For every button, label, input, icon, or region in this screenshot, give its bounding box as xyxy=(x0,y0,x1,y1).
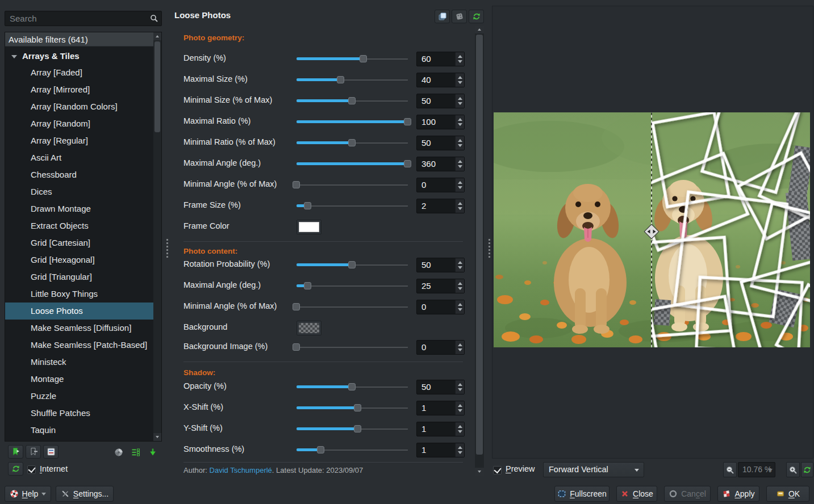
chevron-down-icon[interactable] xyxy=(11,55,17,58)
filter-item[interactable]: Array [Regular] xyxy=(5,132,153,149)
ok-button[interactable]: OK xyxy=(766,486,809,502)
spin-arrows-icon[interactable] xyxy=(455,300,464,314)
add-favorite-button[interactable] xyxy=(8,445,23,459)
reset-params-button[interactable] xyxy=(469,10,484,23)
param-spinbox[interactable]: 60 xyxy=(416,52,465,66)
frame-color-swatch[interactable] xyxy=(297,220,322,234)
param-slider[interactable] xyxy=(297,199,408,213)
filter-item[interactable]: Array [Random Colors] xyxy=(5,98,153,115)
remove-favorite-button[interactable] xyxy=(26,445,41,459)
zoom-reset-button[interactable] xyxy=(801,462,813,477)
param-spinbox[interactable]: 1 xyxy=(416,443,465,457)
scroll-up-icon[interactable] xyxy=(475,26,484,33)
spin-arrows-icon[interactable] xyxy=(455,199,464,213)
spin-arrows-icon[interactable] xyxy=(455,341,464,354)
param-slider[interactable] xyxy=(297,136,408,150)
param-slider[interactable] xyxy=(297,443,408,457)
tree-scrollbar[interactable] xyxy=(153,32,161,441)
filter-item[interactable]: Taquin xyxy=(5,422,153,439)
slider-handle[interactable] xyxy=(337,76,344,83)
param-spinbox[interactable]: 0 xyxy=(416,178,465,192)
filter-item[interactable]: Drawn Montage xyxy=(5,200,153,217)
slider-handle[interactable] xyxy=(348,97,356,104)
param-slider[interactable] xyxy=(297,52,408,66)
filter-item[interactable]: Ascii Art xyxy=(5,149,153,166)
scroll-down-icon[interactable] xyxy=(153,433,161,441)
slider-handle[interactable] xyxy=(404,160,411,167)
param-slider[interactable] xyxy=(297,94,408,108)
slider-handle[interactable] xyxy=(293,303,300,310)
rename-favorite-button[interactable] xyxy=(43,445,59,459)
filter-item[interactable]: Dices xyxy=(5,183,153,200)
param-spinbox[interactable]: 25 xyxy=(416,279,465,293)
slider-handle[interactable] xyxy=(304,202,311,209)
slider-handle[interactable] xyxy=(354,404,361,411)
panel-scrollbar[interactable] xyxy=(475,26,484,476)
slider-handle[interactable] xyxy=(354,425,361,432)
settings-button[interactable]: Settings... xyxy=(56,486,114,502)
copy-command-button[interactable] xyxy=(435,10,450,23)
spin-arrows-icon[interactable] xyxy=(455,115,464,129)
spin-arrows-icon[interactable] xyxy=(455,73,464,87)
chevron-down-icon[interactable] xyxy=(768,469,773,472)
param-spinbox[interactable]: 1 xyxy=(416,422,465,436)
expand-collapse-button[interactable] xyxy=(112,446,125,459)
preview-checkbox[interactable] xyxy=(493,466,502,474)
param-slider[interactable] xyxy=(297,258,408,272)
spin-arrows-icon[interactable] xyxy=(455,52,464,66)
filter-item-selected[interactable]: Loose Photos xyxy=(5,303,153,320)
splitter-handle-right[interactable] xyxy=(489,239,491,258)
filter-item[interactable]: Ministeck xyxy=(5,354,153,371)
spin-arrows-icon[interactable] xyxy=(455,258,464,272)
param-slider[interactable] xyxy=(297,279,408,293)
spin-arrows-icon[interactable] xyxy=(455,157,464,171)
param-spinbox[interactable]: 0 xyxy=(416,340,465,355)
zoom-in-button[interactable] xyxy=(786,462,800,477)
param-spinbox[interactable]: 100 xyxy=(416,115,465,129)
filter-item[interactable]: Grid [Triangular] xyxy=(5,268,153,285)
zoom-out-button[interactable] xyxy=(723,462,737,477)
scroll-up-icon[interactable] xyxy=(153,32,161,40)
filter-item[interactable]: Make Seamless [Diffusion] xyxy=(5,320,153,337)
spin-arrows-icon[interactable] xyxy=(455,94,464,108)
param-slider[interactable] xyxy=(297,178,408,192)
param-spinbox[interactable]: 50 xyxy=(416,380,465,394)
close-button[interactable]: Close xyxy=(616,486,657,502)
preview-mode-select[interactable]: Forward Vertical xyxy=(543,462,644,477)
search-input[interactable] xyxy=(5,11,162,26)
param-slider[interactable] xyxy=(297,157,408,171)
scrollbar-thumb[interactable] xyxy=(476,35,483,455)
filter-item[interactable]: Grid [Cartesian] xyxy=(5,234,153,251)
param-spinbox[interactable]: 360 xyxy=(416,157,465,171)
randomize-params-button[interactable] xyxy=(452,10,467,23)
param-slider[interactable] xyxy=(297,115,408,129)
download-filters-button[interactable] xyxy=(147,446,159,459)
cancel-button[interactable]: Cancel xyxy=(664,486,711,502)
slider-handle[interactable] xyxy=(304,282,311,289)
internet-checkbox[interactable] xyxy=(27,465,36,474)
param-spinbox[interactable]: 50 xyxy=(416,94,465,108)
scrollbar-thumb[interactable] xyxy=(155,41,160,132)
param-slider[interactable] xyxy=(297,422,408,436)
param-spinbox[interactable]: 50 xyxy=(416,136,465,150)
slider-handle[interactable] xyxy=(348,261,356,268)
author-link[interactable]: David Tschumperlé xyxy=(210,466,272,474)
slider-handle[interactable] xyxy=(404,118,411,125)
filter-item[interactable]: Array [Mirrored] xyxy=(5,81,153,98)
preview-image[interactable] xyxy=(494,112,810,347)
param-spinbox[interactable]: 40 xyxy=(416,73,465,87)
background-swatch[interactable] xyxy=(297,321,322,335)
filter-item[interactable]: Chessboard xyxy=(5,166,153,183)
help-button[interactable]: Help xyxy=(5,486,51,502)
slider-handle[interactable] xyxy=(293,181,300,188)
spin-arrows-icon[interactable] xyxy=(455,422,464,436)
fullscreen-button[interactable]: Fullscreen xyxy=(554,486,610,502)
spin-arrows-icon[interactable] xyxy=(455,136,464,150)
param-slider[interactable] xyxy=(297,340,408,355)
param-spinbox[interactable]: 50 xyxy=(416,258,465,272)
filter-item[interactable]: Extract Objects xyxy=(5,217,153,234)
filter-item[interactable]: Shuffle Patches xyxy=(5,405,153,422)
filter-item[interactable]: Array [Random] xyxy=(5,115,153,132)
filter-item[interactable]: Montage xyxy=(5,371,153,388)
spin-arrows-icon[interactable] xyxy=(455,279,464,293)
